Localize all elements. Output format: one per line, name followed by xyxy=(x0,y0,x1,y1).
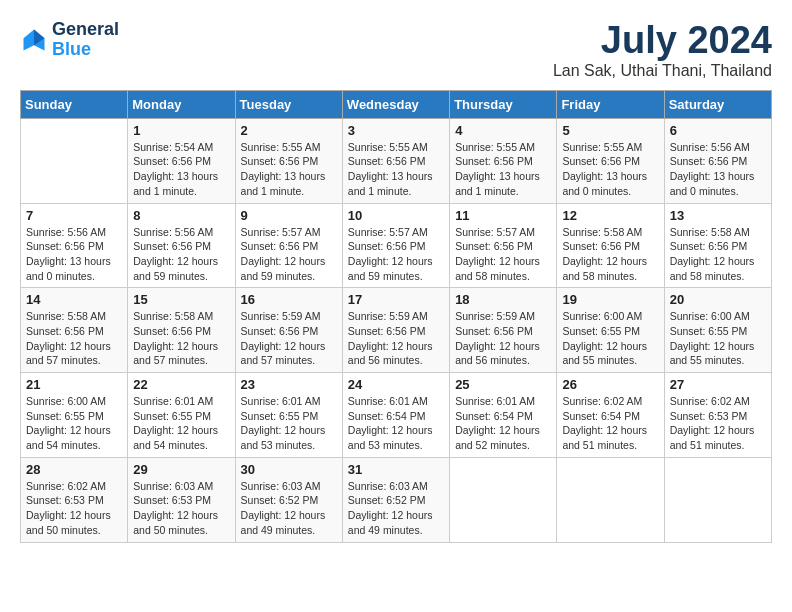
day-number: 21 xyxy=(26,377,122,392)
calendar-cell: 23Sunrise: 6:01 AMSunset: 6:55 PMDayligh… xyxy=(235,373,342,458)
calendar-cell: 12Sunrise: 5:58 AMSunset: 6:56 PMDayligh… xyxy=(557,203,664,288)
logo-text: General Blue xyxy=(52,20,119,60)
day-number: 7 xyxy=(26,208,122,223)
day-info: Sunrise: 6:00 AMSunset: 6:55 PMDaylight:… xyxy=(670,309,766,368)
day-info: Sunrise: 5:56 AMSunset: 6:56 PMDaylight:… xyxy=(26,225,122,284)
calendar-cell: 27Sunrise: 6:02 AMSunset: 6:53 PMDayligh… xyxy=(664,373,771,458)
day-number: 13 xyxy=(670,208,766,223)
weekday-header-thursday: Thursday xyxy=(450,90,557,118)
calendar-cell: 9Sunrise: 5:57 AMSunset: 6:56 PMDaylight… xyxy=(235,203,342,288)
day-info: Sunrise: 5:58 AMSunset: 6:56 PMDaylight:… xyxy=(133,309,229,368)
calendar-cell: 17Sunrise: 5:59 AMSunset: 6:56 PMDayligh… xyxy=(342,288,449,373)
calendar-cell: 5Sunrise: 5:55 AMSunset: 6:56 PMDaylight… xyxy=(557,118,664,203)
day-number: 25 xyxy=(455,377,551,392)
calendar-cell: 15Sunrise: 5:58 AMSunset: 6:56 PMDayligh… xyxy=(128,288,235,373)
day-number: 10 xyxy=(348,208,444,223)
day-info: Sunrise: 5:57 AMSunset: 6:56 PMDaylight:… xyxy=(455,225,551,284)
calendar-cell: 29Sunrise: 6:03 AMSunset: 6:53 PMDayligh… xyxy=(128,457,235,542)
day-info: Sunrise: 5:58 AMSunset: 6:56 PMDaylight:… xyxy=(670,225,766,284)
day-info: Sunrise: 6:01 AMSunset: 6:55 PMDaylight:… xyxy=(133,394,229,453)
calendar-cell: 21Sunrise: 6:00 AMSunset: 6:55 PMDayligh… xyxy=(21,373,128,458)
week-row-5: 28Sunrise: 6:02 AMSunset: 6:53 PMDayligh… xyxy=(21,457,772,542)
weekday-header-sunday: Sunday xyxy=(21,90,128,118)
day-info: Sunrise: 5:57 AMSunset: 6:56 PMDaylight:… xyxy=(348,225,444,284)
day-number: 24 xyxy=(348,377,444,392)
logo: General Blue xyxy=(20,20,119,60)
day-number: 9 xyxy=(241,208,337,223)
calendar-cell: 28Sunrise: 6:02 AMSunset: 6:53 PMDayligh… xyxy=(21,457,128,542)
calendar-cell: 20Sunrise: 6:00 AMSunset: 6:55 PMDayligh… xyxy=(664,288,771,373)
day-number: 2 xyxy=(241,123,337,138)
weekday-header-monday: Monday xyxy=(128,90,235,118)
calendar-cell: 31Sunrise: 6:03 AMSunset: 6:52 PMDayligh… xyxy=(342,457,449,542)
day-number: 12 xyxy=(562,208,658,223)
day-info: Sunrise: 5:55 AMSunset: 6:56 PMDaylight:… xyxy=(348,140,444,199)
day-info: Sunrise: 5:55 AMSunset: 6:56 PMDaylight:… xyxy=(241,140,337,199)
calendar-cell: 10Sunrise: 5:57 AMSunset: 6:56 PMDayligh… xyxy=(342,203,449,288)
weekday-header-row: SundayMondayTuesdayWednesdayThursdayFrid… xyxy=(21,90,772,118)
day-number: 4 xyxy=(455,123,551,138)
day-number: 15 xyxy=(133,292,229,307)
day-number: 22 xyxy=(133,377,229,392)
calendar-cell xyxy=(450,457,557,542)
page-header: General Blue July 2024 Lan Sak, Uthai Th… xyxy=(20,20,772,80)
calendar-cell: 24Sunrise: 6:01 AMSunset: 6:54 PMDayligh… xyxy=(342,373,449,458)
day-info: Sunrise: 5:58 AMSunset: 6:56 PMDaylight:… xyxy=(562,225,658,284)
calendar-table: SundayMondayTuesdayWednesdayThursdayFrid… xyxy=(20,90,772,543)
day-number: 26 xyxy=(562,377,658,392)
day-info: Sunrise: 6:02 AMSunset: 6:53 PMDaylight:… xyxy=(26,479,122,538)
day-info: Sunrise: 5:54 AMSunset: 6:56 PMDaylight:… xyxy=(133,140,229,199)
calendar-cell xyxy=(664,457,771,542)
calendar-cell: 16Sunrise: 5:59 AMSunset: 6:56 PMDayligh… xyxy=(235,288,342,373)
day-info: Sunrise: 5:56 AMSunset: 6:56 PMDaylight:… xyxy=(670,140,766,199)
day-number: 16 xyxy=(241,292,337,307)
week-row-1: 1Sunrise: 5:54 AMSunset: 6:56 PMDaylight… xyxy=(21,118,772,203)
calendar-cell: 30Sunrise: 6:03 AMSunset: 6:52 PMDayligh… xyxy=(235,457,342,542)
day-number: 30 xyxy=(241,462,337,477)
calendar-cell xyxy=(557,457,664,542)
day-info: Sunrise: 6:03 AMSunset: 6:52 PMDaylight:… xyxy=(241,479,337,538)
day-info: Sunrise: 6:03 AMSunset: 6:53 PMDaylight:… xyxy=(133,479,229,538)
day-info: Sunrise: 6:00 AMSunset: 6:55 PMDaylight:… xyxy=(26,394,122,453)
day-info: Sunrise: 5:58 AMSunset: 6:56 PMDaylight:… xyxy=(26,309,122,368)
day-number: 3 xyxy=(348,123,444,138)
day-info: Sunrise: 5:55 AMSunset: 6:56 PMDaylight:… xyxy=(455,140,551,199)
day-number: 29 xyxy=(133,462,229,477)
weekday-header-friday: Friday xyxy=(557,90,664,118)
day-info: Sunrise: 5:57 AMSunset: 6:56 PMDaylight:… xyxy=(241,225,337,284)
calendar-cell: 7Sunrise: 5:56 AMSunset: 6:56 PMDaylight… xyxy=(21,203,128,288)
week-row-3: 14Sunrise: 5:58 AMSunset: 6:56 PMDayligh… xyxy=(21,288,772,373)
day-info: Sunrise: 6:01 AMSunset: 6:54 PMDaylight:… xyxy=(348,394,444,453)
calendar-cell: 18Sunrise: 5:59 AMSunset: 6:56 PMDayligh… xyxy=(450,288,557,373)
day-number: 19 xyxy=(562,292,658,307)
day-number: 14 xyxy=(26,292,122,307)
calendar-cell: 4Sunrise: 5:55 AMSunset: 6:56 PMDaylight… xyxy=(450,118,557,203)
calendar-cell: 19Sunrise: 6:00 AMSunset: 6:55 PMDayligh… xyxy=(557,288,664,373)
day-info: Sunrise: 6:02 AMSunset: 6:54 PMDaylight:… xyxy=(562,394,658,453)
day-info: Sunrise: 6:01 AMSunset: 6:54 PMDaylight:… xyxy=(455,394,551,453)
day-info: Sunrise: 6:02 AMSunset: 6:53 PMDaylight:… xyxy=(670,394,766,453)
day-info: Sunrise: 6:00 AMSunset: 6:55 PMDaylight:… xyxy=(562,309,658,368)
calendar-cell xyxy=(21,118,128,203)
day-number: 31 xyxy=(348,462,444,477)
week-row-2: 7Sunrise: 5:56 AMSunset: 6:56 PMDaylight… xyxy=(21,203,772,288)
day-number: 28 xyxy=(26,462,122,477)
location: Lan Sak, Uthai Thani, Thailand xyxy=(553,62,772,80)
day-number: 20 xyxy=(670,292,766,307)
week-row-4: 21Sunrise: 6:00 AMSunset: 6:55 PMDayligh… xyxy=(21,373,772,458)
calendar-cell: 8Sunrise: 5:56 AMSunset: 6:56 PMDaylight… xyxy=(128,203,235,288)
title-block: July 2024 Lan Sak, Uthai Thani, Thailand xyxy=(553,20,772,80)
logo-icon xyxy=(20,26,48,54)
day-number: 5 xyxy=(562,123,658,138)
day-number: 8 xyxy=(133,208,229,223)
day-info: Sunrise: 5:59 AMSunset: 6:56 PMDaylight:… xyxy=(455,309,551,368)
day-info: Sunrise: 5:56 AMSunset: 6:56 PMDaylight:… xyxy=(133,225,229,284)
day-info: Sunrise: 5:59 AMSunset: 6:56 PMDaylight:… xyxy=(348,309,444,368)
weekday-header-saturday: Saturday xyxy=(664,90,771,118)
calendar-cell: 6Sunrise: 5:56 AMSunset: 6:56 PMDaylight… xyxy=(664,118,771,203)
day-info: Sunrise: 5:55 AMSunset: 6:56 PMDaylight:… xyxy=(562,140,658,199)
day-info: Sunrise: 6:01 AMSunset: 6:55 PMDaylight:… xyxy=(241,394,337,453)
calendar-cell: 2Sunrise: 5:55 AMSunset: 6:56 PMDaylight… xyxy=(235,118,342,203)
day-number: 1 xyxy=(133,123,229,138)
calendar-cell: 25Sunrise: 6:01 AMSunset: 6:54 PMDayligh… xyxy=(450,373,557,458)
